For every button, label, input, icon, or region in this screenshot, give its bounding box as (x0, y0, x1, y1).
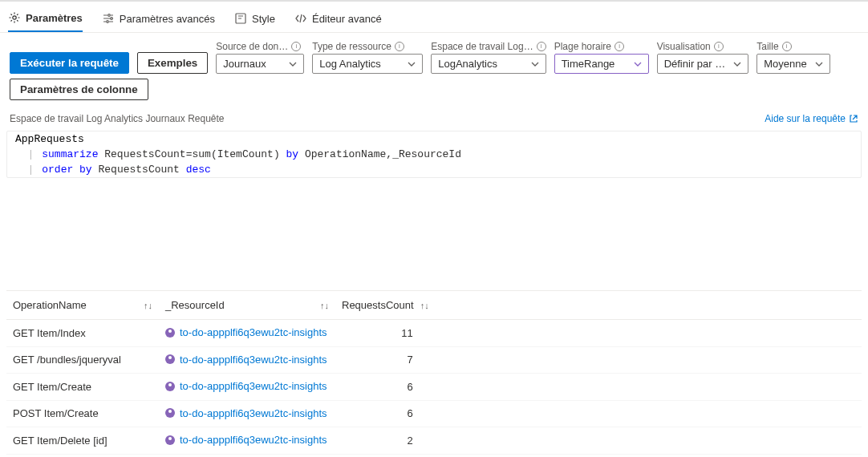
insights-icon (165, 382, 175, 391)
tab-settings[interactable]: Paramètres (8, 8, 83, 32)
svg-point-2 (111, 18, 113, 20)
sort-icon: ↑↓ (144, 301, 152, 310)
cell-count: 11 (335, 320, 436, 347)
code-icon (294, 12, 307, 25)
cell-count: 6 (335, 400, 436, 427)
table-row: GET Item/Createto-do-appplfi6q3ewu2tc-in… (6, 374, 862, 401)
size-select[interactable]: Moyenne (756, 54, 829, 74)
column-settings-button[interactable]: Paramètres de colonne (10, 79, 148, 100)
info-icon[interactable]: i (782, 42, 792, 51)
workspace-field: Espace de travail Log…i LogAnalytics (431, 41, 546, 74)
workspace-select[interactable]: LogAnalytics (431, 54, 546, 74)
resource-link-label: to-do-appplfi6q3ewu2tc-insights (180, 407, 327, 419)
cell-operation: GET Item/Index (6, 320, 159, 347)
datasource-select[interactable]: Journaux (216, 54, 304, 74)
resource-link[interactable]: to-do-appplfi6q3ewu2tc-insights (165, 434, 327, 446)
visualization-value: Définir par … (664, 58, 726, 70)
column-header-operation[interactable]: OperationName↑↓ (6, 291, 159, 320)
tab-advanced-settings-label: Paramètres avancés (120, 13, 215, 25)
results-table: OperationName↑↓ _ResourceId↑↓ RequestsCo… (6, 290, 862, 457)
datasource-field: Source de don…i Journaux (216, 41, 304, 74)
info-icon[interactable]: i (395, 42, 404, 51)
cell-resource: to-do-appplfi6q3ewu2tc-insights (159, 400, 335, 427)
workspace-value: LogAnalytics (438, 58, 497, 70)
info-icon[interactable]: i (537, 42, 546, 51)
cell-resource: to-do-appplfi6q3ewu2tc-insights (159, 454, 335, 457)
resource-link[interactable]: to-do-appplfi6q3ewu2tc-insights (165, 407, 327, 419)
query-help-link[interactable]: Aide sur la requête (765, 113, 858, 124)
breadcrumb-text: Espace de travail Log Analytics Journaux… (10, 113, 225, 124)
time-range-label: Plage horaire (554, 41, 611, 52)
info-icon[interactable]: i (614, 42, 624, 51)
table-row: GET Item/Indexto-do-appplfi6q3ewu2tc-ins… (6, 320, 862, 347)
query-help-label: Aide sur la requête (765, 113, 846, 124)
resource-link-label: to-do-appplfi6q3ewu2tc-insights (180, 354, 327, 366)
size-label: Taille (756, 41, 778, 52)
cell-operation: POST Item/Create (6, 400, 159, 427)
cell-count: 2 (335, 427, 436, 455)
resource-link[interactable]: to-do-appplfi6q3ewu2tc-insights (165, 380, 327, 392)
resource-link-label: to-do-appplfi6q3ewu2tc-insights (180, 380, 327, 392)
resource-link-label: to-do-appplfi6q3ewu2tc-insights (180, 326, 327, 338)
column-header-resource[interactable]: _ResourceId↑↓ (159, 291, 335, 320)
info-icon[interactable]: i (714, 42, 724, 51)
insights-icon (165, 328, 175, 338)
table-row: POST Item/Delete [id]to-do-appplfi6q3ewu… (6, 454, 862, 457)
chevron-down-icon (815, 60, 823, 68)
cell-count: 2 (335, 454, 436, 457)
cell-resource: to-do-appplfi6q3ewu2tc-insights (159, 427, 335, 455)
cell-operation: GET Item/Delete [id] (6, 427, 159, 455)
samples-button[interactable]: Exemples (137, 52, 208, 74)
cell-count: 7 (335, 346, 436, 374)
tab-advanced-editor-label: Éditeur avancé (312, 13, 382, 25)
visualization-select[interactable]: Définir par … (657, 54, 749, 74)
cell-count: 6 (335, 374, 436, 401)
resource-type-value: Log Analytics (319, 58, 381, 70)
time-range-select[interactable]: TimeRange (554, 54, 649, 74)
chevron-down-icon (733, 60, 741, 68)
breadcrumb-bar: Espace de travail Log Analytics Journaux… (0, 107, 868, 131)
visualization-field: Visualisationi Définir par … (657, 41, 749, 74)
chevron-down-icon (634, 60, 642, 68)
chevron-down-icon (289, 60, 297, 68)
svg-point-3 (107, 21, 109, 23)
resource-type-field: Type de ressourcei Log Analytics (312, 41, 423, 74)
resource-type-select[interactable]: Log Analytics (312, 54, 423, 74)
external-link-icon (849, 114, 858, 123)
tab-advanced-settings[interactable]: Paramètres avancés (102, 9, 215, 31)
sliders-icon (102, 12, 115, 25)
cell-resource: to-do-appplfi6q3ewu2tc-insights (159, 320, 335, 347)
insights-icon (165, 354, 175, 364)
resource-link-label: to-do-appplfi6q3ewu2tc-insights (180, 434, 327, 446)
resource-link[interactable]: to-do-appplfi6q3ewu2tc-insights (165, 326, 327, 338)
cell-resource: to-do-appplfi6q3ewu2tc-insights (159, 374, 335, 401)
cell-operation: GET /bundles/jqueryval (6, 346, 159, 374)
sort-icon: ↑↓ (320, 301, 329, 310)
column-header-count[interactable]: RequestsCount↑↓ (335, 291, 436, 320)
datasource-label: Source de don… (216, 41, 288, 52)
insights-icon (165, 435, 175, 445)
query-editor[interactable]: AppRequests | summarize RequestsCount=su… (6, 131, 862, 178)
tab-advanced-editor[interactable]: Éditeur avancé (294, 9, 382, 31)
insights-icon (165, 408, 175, 418)
cell-resource: to-do-appplfi6q3ewu2tc-insights (159, 346, 335, 374)
cell-operation: POST Item/Delete [id] (6, 454, 159, 457)
svg-point-1 (108, 14, 111, 17)
info-icon[interactable]: i (291, 42, 301, 51)
cell-operation: GET Item/Create (6, 374, 159, 401)
tab-style-label: Style (252, 13, 275, 25)
visualization-label: Visualisation (657, 41, 711, 52)
sort-icon: ↑↓ (420, 301, 429, 310)
style-icon (234, 12, 247, 25)
time-range-field: Plage horairei TimeRange (554, 41, 649, 74)
time-range-value: TimeRange (562, 58, 615, 70)
tab-style[interactable]: Style (234, 9, 275, 31)
gear-icon (8, 11, 21, 24)
workspace-label: Espace de travail Log… (431, 41, 533, 52)
svg-point-0 (13, 16, 16, 19)
resource-link[interactable]: to-do-appplfi6q3ewu2tc-insights (165, 354, 327, 366)
run-query-button[interactable]: Exécuter la requête (10, 52, 129, 74)
table-row: GET Item/Delete [id]to-do-appplfi6q3ewu2… (6, 427, 862, 455)
table-row: GET /bundles/jqueryvalto-do-appplfi6q3ew… (6, 346, 862, 374)
size-field: Taillei Moyenne (756, 41, 829, 74)
